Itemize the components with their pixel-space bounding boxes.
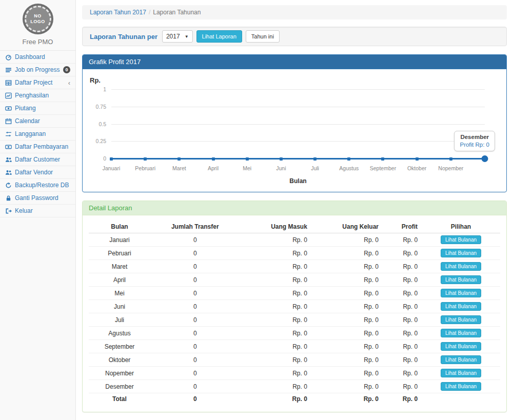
action-cell: Lihat Bulanan: [422, 287, 500, 300]
empty-cell: [422, 393, 500, 405]
money-icon: [5, 144, 12, 150]
sidebar-item-daftar-project[interactable]: Daftar Project‹: [0, 76, 75, 89]
data-point-juli[interactable]: [313, 157, 317, 161]
data-point-desember[interactable]: [482, 155, 488, 162]
table-row-maret: Maret0Rp. 0Rp. 0Rp. 0Lihat Bulanan: [89, 260, 500, 273]
lihat-laporan-button[interactable]: Lihat Laporan: [196, 30, 242, 43]
sidebar-item-label: Daftar Project: [15, 79, 52, 86]
lihat-bulanan-button-mei[interactable]: Lihat Bulanan: [441, 289, 481, 297]
sidebar-item-label: Daftar Customer: [15, 156, 60, 163]
data-point-pebruari[interactable]: [144, 157, 147, 161]
cell: Rp. 0: [240, 300, 311, 313]
lihat-bulanan-button-nopember[interactable]: Lihat Bulanan: [441, 369, 481, 377]
report-filter-bar: Laporan Tahunan per 2017 ▼ Lihat Laporan…: [82, 27, 507, 46]
table-row-desember: Desember0Rp. 0Rp. 0Rp. 0Lihat Bulanan: [89, 380, 500, 393]
data-point-juni[interactable]: [280, 157, 283, 161]
lihat-bulanan-button-juli[interactable]: Lihat Bulanan: [441, 315, 481, 324]
cell: Rp. 0: [311, 300, 383, 313]
sidebar-item-label: Piutang: [15, 105, 36, 112]
cell: Rp. 0: [311, 353, 383, 367]
table-row-juni: Juni0Rp. 0Rp. 0Rp. 0Lihat Bulanan: [89, 300, 500, 313]
cell: Nopember: [89, 367, 150, 380]
chart-panel-body: Rp. Desember Profit Rp: 0 0.250.50.7510 …: [83, 69, 506, 192]
cell: 0: [150, 300, 240, 313]
cell: 0: [150, 367, 240, 380]
tahun-ini-button[interactable]: Tahun ini: [246, 30, 280, 43]
cell: Rp. 0: [311, 327, 383, 340]
total-cell: Rp. 0: [383, 393, 422, 405]
cell: Rp. 0: [311, 340, 383, 353]
data-point-januari[interactable]: [110, 157, 113, 161]
lihat-bulanan-button-september[interactable]: Lihat Bulanan: [441, 342, 481, 351]
cell: Rp. 0: [383, 353, 422, 367]
chart-y-axis-label: Rp.: [90, 76, 500, 84]
table-body: Januari0Rp. 0Rp. 0Rp. 0Lihat BulananPebr…: [89, 233, 500, 405]
lihat-bulanan-button-oktober[interactable]: Lihat Bulanan: [441, 355, 481, 364]
x-tick-label-pebruari: Pebruari: [135, 165, 155, 171]
lihat-bulanan-button-juni[interactable]: Lihat Bulanan: [441, 302, 481, 311]
data-point-nopember[interactable]: [449, 157, 452, 161]
cell: 0: [150, 340, 240, 353]
data-point-maret[interactable]: [177, 157, 181, 161]
users-icon: [5, 156, 12, 163]
sidebar-item-backup-restore-db[interactable]: Backup/Restore DB: [0, 179, 75, 192]
line-chart-icon: [5, 92, 12, 99]
cell: Rp. 0: [311, 260, 383, 273]
sidebar-item-penghasilan[interactable]: Penghasilan: [0, 89, 75, 102]
retweet-icon: [5, 131, 12, 137]
cell: Rp. 0: [383, 367, 422, 380]
lihat-bulanan-button-agustus[interactable]: Lihat Bulanan: [441, 329, 481, 337]
lihat-bulanan-button-april[interactable]: Lihat Bulanan: [441, 275, 481, 284]
y-tick-label: 0.5: [98, 121, 106, 127]
column-header-pilihan: Pilihan: [422, 221, 500, 233]
column-header-uang-keluar: Uang Keluar: [311, 221, 383, 233]
y-tick-label: 0.25: [96, 138, 106, 144]
cell: Rp. 0: [311, 247, 383, 260]
lihat-bulanan-button-januari[interactable]: Lihat Bulanan: [441, 235, 481, 244]
tooltip-category: Desember: [460, 134, 489, 140]
cell: Rp. 0: [240, 353, 311, 367]
sidebar-item-piutang[interactable]: Piutang: [0, 102, 75, 115]
table-row-agustus: Agustus0Rp. 0Rp. 0Rp. 0Lihat Bulanan: [89, 327, 500, 340]
data-point-september[interactable]: [381, 157, 384, 161]
cell: Rp. 0: [240, 287, 311, 300]
data-point-april[interactable]: [212, 157, 215, 161]
lihat-bulanan-button-pebruari[interactable]: Lihat Bulanan: [441, 249, 481, 257]
cell: Rp. 0: [383, 273, 422, 287]
profit-line-chart: Desember Profit Rp: 0 0.250.50.7510: [111, 89, 485, 160]
sidebar-item-daftar-pembayaran[interactable]: Daftar Pembayaran: [0, 141, 75, 153]
detail-panel-title: Detail Laporan: [83, 201, 506, 215]
sign-out-icon: [5, 208, 12, 214]
data-point-agustus[interactable]: [347, 157, 350, 161]
column-header-uang-masuk: Uang Masuk: [240, 221, 311, 233]
sidebar-item-keluar[interactable]: Keluar: [0, 205, 75, 217]
sidebar-item-ganti-password[interactable]: Ganti Password: [0, 192, 75, 205]
breadcrumb-link-laporan-tahun[interactable]: Laporan Tahun 2017: [90, 9, 146, 16]
cell: Rp. 0: [383, 300, 422, 313]
profit-series-line: 0: [111, 158, 485, 159]
x-tick-label-januari: Januari: [103, 165, 120, 171]
table-row-mei: Mei0Rp. 0Rp. 0Rp. 0Lihat Bulanan: [89, 287, 500, 300]
data-point-mei[interactable]: [246, 157, 249, 161]
refresh-icon: [5, 182, 12, 189]
lihat-bulanan-button-desember[interactable]: Lihat Bulanan: [441, 382, 481, 391]
year-select[interactable]: 2017 ▼: [162, 30, 193, 43]
sidebar-item-calendar[interactable]: Calendar: [0, 115, 75, 128]
lihat-bulanan-button-maret[interactable]: Lihat Bulanan: [441, 262, 481, 271]
sidebar-item-daftar-customer[interactable]: Daftar Customer: [0, 153, 75, 166]
app-logo: NO LOGO Free PMO: [0, 0, 75, 50]
table-total-row: Total0Rp. 0Rp. 0Rp. 0: [89, 393, 500, 405]
x-tick-label-oktober: Oktober: [407, 165, 426, 171]
dashboard-icon: [5, 54, 12, 61]
chevron-left-icon: ‹: [68, 79, 70, 86]
sidebar-item-langganan[interactable]: Langganan: [0, 128, 75, 141]
data-point-oktober[interactable]: [416, 157, 419, 161]
filter-label: Laporan Tahunan per: [90, 33, 157, 41]
sidebar-item-dashboard[interactable]: Dashboard: [0, 51, 75, 64]
app-name: Free PMO: [0, 38, 75, 46]
sidebar-item-job-on-progress[interactable]: Job on Progress0: [0, 64, 75, 76]
cell: Rp. 0: [311, 367, 383, 380]
cell: Rp. 0: [311, 273, 383, 287]
sidebar-item-daftar-vendor[interactable]: Daftar Vendor: [0, 166, 75, 179]
cell: Desember: [89, 380, 150, 393]
